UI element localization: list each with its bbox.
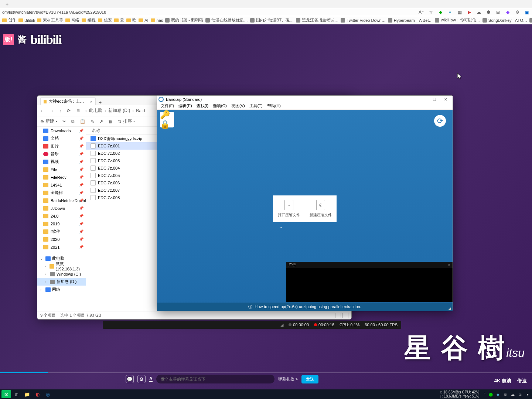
ext-icon-7[interactable]: ⊞ bbox=[495, 9, 501, 15]
expand-icon[interactable]: › bbox=[45, 265, 48, 268]
url-text[interactable]: om/list/watchlater?bvid=BV1UY411a7AL&oid… bbox=[2, 10, 418, 14]
sidebar-item[interactable]: 2021📌 bbox=[37, 243, 86, 251]
ext-icon-1[interactable]: ◆ bbox=[437, 9, 443, 15]
ad-close-icon[interactable]: × bbox=[448, 263, 450, 267]
maximize-button[interactable]: ☐ bbox=[429, 96, 440, 103]
sidebar-item[interactable]: BaiduNetdiskDownlo📌 bbox=[37, 197, 86, 204]
expand-icon[interactable]: › bbox=[45, 280, 48, 284]
menu-item[interactable]: 查找(I) bbox=[195, 103, 210, 109]
tray-icon[interactable]: ● bbox=[525, 391, 531, 397]
nav-back-icon[interactable]: ← bbox=[40, 108, 45, 113]
crumb-0[interactable]: 此电脑 bbox=[89, 108, 102, 114]
expand-options-icon[interactable]: ⌄ bbox=[279, 224, 283, 229]
sidebar-item[interactable]: JJDown📌 bbox=[37, 204, 86, 212]
menu-item[interactable]: 帮助(H) bbox=[266, 103, 282, 109]
bookmark-item[interactable]: 信安 bbox=[98, 17, 112, 23]
pin-icon[interactable]: 📌 bbox=[79, 167, 83, 171]
resize-grip-icon[interactable]: ◢ bbox=[448, 306, 453, 311]
bookmark-item[interactable]: 黑龙江省招生考试… bbox=[296, 17, 338, 23]
crumb-1[interactable]: 新加卷 (D:) bbox=[108, 108, 130, 114]
tray-chevron-icon[interactable]: ^ bbox=[484, 392, 485, 396]
sidebar-item[interactable]: 音乐📌 bbox=[37, 150, 86, 158]
pin-icon[interactable]: 📌 bbox=[79, 144, 83, 148]
taskbar-bandizip-icon[interactable]: ◎ bbox=[43, 390, 52, 398]
pin-icon[interactable]: 📌 bbox=[79, 129, 83, 133]
danmu-settings-icon[interactable]: ⚙ bbox=[137, 375, 146, 383]
tree-item[interactable]: ›网络 bbox=[37, 286, 86, 293]
share-icon[interactable]: ↗ bbox=[99, 119, 103, 124]
sidebar-item[interactable]: 2020📌 bbox=[37, 235, 86, 243]
sidebar-item[interactable]: 14941📌 bbox=[37, 181, 86, 189]
pin-icon[interactable]: 📌 bbox=[79, 183, 83, 187]
pc-icon[interactable]: 🖥 bbox=[76, 108, 80, 113]
tray-icon[interactable]: ♨ bbox=[517, 391, 523, 397]
pin-icon[interactable]: 📌 bbox=[79, 198, 83, 202]
close-button[interactable]: ✕ bbox=[440, 96, 451, 103]
paste-icon[interactable]: 📋 bbox=[80, 119, 85, 124]
ext-icon-10[interactable]: ▣ bbox=[524, 9, 530, 15]
bookmark-item[interactable]: AI bbox=[139, 18, 148, 23]
ext-icon-9[interactable]: ⚙ bbox=[514, 9, 520, 15]
sidebar-item[interactable]: FileRecv📌 bbox=[37, 173, 86, 181]
open-archive-button[interactable]: 打开压缩文件 bbox=[273, 195, 305, 222]
menu-item[interactable]: 视图(V) bbox=[230, 103, 246, 109]
bookmark-item[interactable]: 创作 bbox=[2, 17, 16, 23]
pin-icon[interactable]: 📌 bbox=[79, 206, 83, 210]
bookmark-item[interactable]: Hyperbeam – A Bet… bbox=[388, 18, 433, 23]
rename-icon[interactable]: ✎ bbox=[91, 119, 94, 124]
sidebar-item[interactable]: File📌 bbox=[37, 166, 86, 173]
delete-icon[interactable]: 🗑 bbox=[108, 119, 113, 124]
pin-icon[interactable]: 📌 bbox=[79, 152, 83, 156]
expand-icon[interactable]: › bbox=[45, 272, 48, 276]
tree-item[interactable]: ›新加卷 (D:) bbox=[37, 278, 86, 286]
ext-icon-3[interactable]: ▦ bbox=[457, 9, 463, 15]
taskbar-browser-icon[interactable]: ◐ bbox=[33, 390, 42, 398]
bookmark-item[interactable]: Bitburner bbox=[529, 18, 532, 23]
menu-item[interactable]: 文件(F) bbox=[159, 103, 175, 109]
video-progress-bar[interactable] bbox=[0, 372, 532, 373]
bookmark-item[interactable]: Bilibili bbox=[18, 18, 35, 23]
speed-button[interactable]: 倍速 bbox=[517, 378, 527, 384]
bookmark-item[interactable]: 欧 bbox=[126, 17, 136, 23]
tray-icon[interactable]: ⬤ bbox=[488, 391, 494, 397]
refresh-button[interactable]: ⟳ bbox=[434, 115, 446, 127]
tree-item[interactable]: ›慧慧 (192.168.1.3) bbox=[37, 262, 86, 270]
pin-icon[interactable]: 📌 bbox=[79, 136, 83, 140]
bookmark-item[interactable]: 云 bbox=[114, 17, 124, 23]
new-button[interactable]: ⊕新建▾ bbox=[40, 118, 57, 125]
minimize-button[interactable]: — bbox=[418, 96, 429, 103]
sort-button[interactable]: ⇅排序▾ bbox=[118, 118, 135, 125]
tray-icon[interactable]: ◆ bbox=[495, 391, 501, 397]
sidebar-item[interactable]: 文档📌 bbox=[37, 134, 86, 142]
explorer-tab[interactable]: 大神edc密码：上村花论坛看小 × bbox=[40, 97, 96, 105]
bookmark-item[interactable]: 素材工具等 bbox=[37, 17, 63, 23]
bookmark-item[interactable]: 编程 bbox=[82, 17, 96, 23]
sidebar-item[interactable]: 全能律📌 bbox=[37, 189, 86, 197]
tree-item[interactable]: ›Windows (C:) bbox=[37, 270, 86, 278]
danmu-input[interactable] bbox=[156, 375, 274, 383]
bandizip-titlebar[interactable]: Bandizip (Standard) — ☐ ✕ bbox=[157, 96, 453, 103]
cut-icon[interactable]: ✂ bbox=[62, 119, 66, 124]
sidebar-item[interactable]: 视频📌 bbox=[37, 158, 86, 166]
danmu-toggle-icon[interactable]: 💬 bbox=[126, 375, 134, 383]
bookmark-item[interactable]: SongDonkey - AI O… bbox=[482, 18, 527, 23]
nav-up-icon[interactable]: ↑ bbox=[59, 108, 62, 113]
bookmark-item[interactable]: 动漫在线播放优质… bbox=[205, 17, 248, 23]
new-tab-button[interactable]: + bbox=[3, 1, 11, 7]
view-large-icon[interactable] bbox=[342, 313, 348, 318]
pin-icon[interactable]: 📌 bbox=[79, 237, 83, 241]
bookmark-item[interactable]: nas bbox=[151, 18, 163, 23]
pin-icon[interactable]: 📌 bbox=[79, 245, 83, 249]
view-details-icon[interactable] bbox=[335, 313, 341, 318]
taskbar-wechat-icon[interactable]: ✉ bbox=[1, 390, 11, 398]
crumb-2[interactable]: Baid bbox=[136, 108, 145, 113]
read-aloud-icon[interactable]: A⁺ bbox=[418, 9, 424, 15]
name-column[interactable]: 名称 bbox=[92, 128, 100, 133]
pin-icon[interactable]: 📌 bbox=[79, 214, 83, 218]
new-archive-button[interactable]: 新建压缩文件 bbox=[305, 195, 337, 222]
tray-icon[interactable]: ⎚ bbox=[502, 391, 508, 397]
expand-icon[interactable]: ⌄ bbox=[40, 257, 44, 260]
lock-archive-button[interactable]: 🔑🔒 bbox=[160, 112, 174, 127]
ext-icon-5[interactable]: ☁ bbox=[476, 9, 482, 15]
ext-icon-6[interactable]: ⬢ bbox=[485, 9, 491, 15]
